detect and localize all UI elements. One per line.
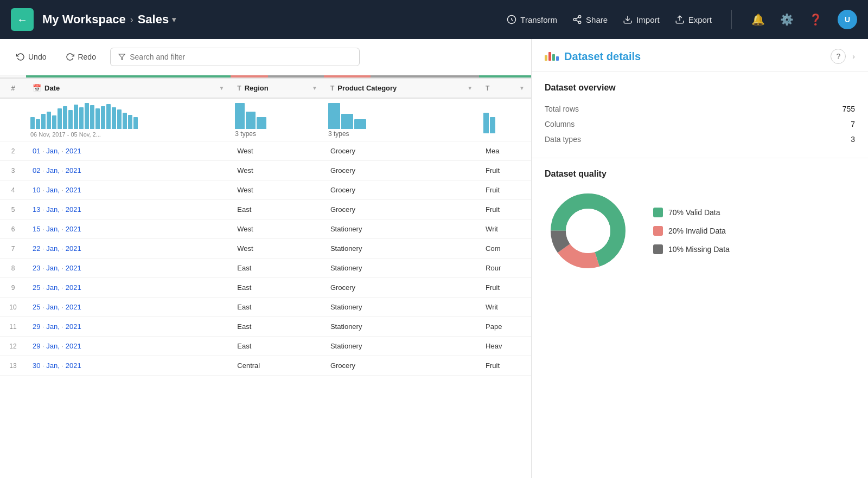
svg-point-1 bbox=[578, 16, 581, 18]
row-date: 29 · Jan, · 2021 bbox=[26, 337, 231, 356]
share-button[interactable]: Share bbox=[572, 15, 608, 24]
th-category[interactable]: T Product Category ▼ bbox=[324, 78, 479, 98]
chart-cell-date: 06 Nov, 2017 - 05 Nov, 2... bbox=[26, 98, 231, 141]
row-region: Central bbox=[231, 356, 324, 376]
donut-chart bbox=[545, 188, 631, 274]
row-num: 10 bbox=[0, 298, 26, 317]
sort-icon-category[interactable]: ▼ bbox=[467, 85, 473, 91]
chart-cell-category: 3 types bbox=[324, 98, 479, 141]
row-col4: Fruit bbox=[479, 278, 531, 298]
row-date: 25 · Jan, · 2021 bbox=[26, 298, 231, 317]
th-col4[interactable]: T ▼ bbox=[479, 78, 531, 98]
quality-title: Dataset quality bbox=[545, 169, 855, 179]
row-region: West bbox=[231, 219, 324, 239]
legend-label-missing: 10% Missing Data bbox=[668, 245, 730, 254]
import-icon bbox=[623, 15, 633, 24]
calendar-icon: 📅 bbox=[33, 84, 41, 92]
row-num: 9 bbox=[0, 278, 26, 298]
row-num: 5 bbox=[0, 200, 26, 219]
row-date: 15 · Jan, · 2021 bbox=[26, 219, 231, 239]
share-icon bbox=[572, 15, 582, 24]
row-col4: Com bbox=[479, 239, 531, 259]
dataset-quality-section: Dataset quality bbox=[532, 158, 868, 285]
dataset-overview-section: Dataset overview Total rows 755 Columns … bbox=[532, 72, 868, 158]
row-category: Stationery bbox=[324, 298, 479, 317]
row-date: 23 · Jan, · 2021 bbox=[26, 259, 231, 278]
th-region[interactable]: T Region ▼ bbox=[231, 78, 324, 98]
th-date[interactable]: 📅 Date ▼ bbox=[26, 78, 231, 98]
sort-icon-region[interactable]: ▼ bbox=[312, 85, 317, 91]
legend-invalid: 20% Invalid Data bbox=[653, 226, 730, 236]
settings-icon[interactable]: ⚙️ bbox=[780, 13, 794, 26]
chart-cell-region: 3 types bbox=[231, 98, 324, 141]
row-category: Stationery bbox=[324, 259, 479, 278]
overview-title: Dataset overview bbox=[545, 83, 855, 93]
row-num: 2 bbox=[0, 141, 26, 161]
user-avatar[interactable]: U bbox=[838, 10, 857, 29]
row-region: East bbox=[231, 259, 324, 278]
sort-icon-col4[interactable]: ▼ bbox=[519, 85, 525, 91]
row-region: East bbox=[231, 278, 324, 298]
quality-legend: 70% Valid Data 20% Invalid Data 10% Miss… bbox=[653, 208, 730, 254]
row-col4: Writ bbox=[479, 219, 531, 239]
col4-mini-chart bbox=[483, 106, 527, 133]
row-col4: Rour bbox=[479, 259, 531, 278]
header-divider bbox=[731, 10, 732, 29]
search-input[interactable] bbox=[130, 53, 352, 61]
row-region: West bbox=[231, 161, 324, 180]
row-category: Stationery bbox=[324, 317, 479, 337]
breadcrumb: My Workspace › Sales ▾ bbox=[42, 12, 176, 27]
chart-preview-row: 06 Nov, 2017 - 05 Nov, 2... 3 types bbox=[0, 98, 531, 141]
undo-button[interactable]: Undo bbox=[11, 49, 52, 64]
sort-icon-date[interactable]: ▼ bbox=[219, 85, 224, 91]
table-header-row: # 📅 Date ▼ T Region bbox=[0, 78, 531, 98]
import-button[interactable]: Import bbox=[623, 15, 660, 24]
svg-point-2 bbox=[573, 18, 576, 21]
export-button[interactable]: Export bbox=[675, 15, 712, 24]
row-region: West bbox=[231, 239, 324, 259]
row-region: West bbox=[231, 141, 324, 161]
legend-color-missing bbox=[653, 244, 663, 254]
row-region: East bbox=[231, 200, 324, 219]
data-table: # 📅 Date ▼ T Region bbox=[0, 75, 531, 478]
date-mini-chart bbox=[30, 102, 226, 129]
row-col4: Fruit bbox=[479, 200, 531, 219]
transform-button[interactable]: Transform bbox=[507, 15, 557, 24]
overview-row-datatypes: Data types 3 bbox=[545, 132, 855, 147]
row-num: 7 bbox=[0, 239, 26, 259]
help-icon[interactable]: ❓ bbox=[809, 13, 822, 26]
table-row: 5 13 · Jan, · 2021 East Grocery Fruit bbox=[0, 200, 531, 219]
search-box[interactable] bbox=[110, 48, 360, 66]
chart-bars-icon bbox=[545, 52, 559, 61]
workspace-label: My Workspace bbox=[42, 12, 126, 27]
table-row: 4 10 · Jan, · 2021 West Grocery Fruit bbox=[0, 180, 531, 200]
main-layout: Undo Redo bbox=[0, 39, 868, 478]
redo-button[interactable]: Redo bbox=[60, 49, 101, 64]
details-chevron-icon[interactable]: › bbox=[852, 52, 855, 61]
details-help-icon[interactable]: ? bbox=[831, 49, 846, 64]
row-date: 29 · Jan, · 2021 bbox=[26, 317, 231, 337]
row-num: 3 bbox=[0, 161, 26, 180]
back-button[interactable]: ← bbox=[11, 8, 34, 31]
legend-color-valid bbox=[653, 208, 663, 217]
row-category: Stationery bbox=[324, 337, 479, 356]
legend-label-invalid: 20% Invalid Data bbox=[668, 227, 726, 235]
sales-dropdown-icon[interactable]: ▾ bbox=[172, 15, 176, 24]
th-index: # bbox=[0, 78, 26, 98]
table-row: 7 22 · Jan, · 2021 West Stationery Com bbox=[0, 239, 531, 259]
notification-icon[interactable]: 🔔 bbox=[751, 13, 765, 26]
overview-row-columns: Columns 7 bbox=[545, 117, 855, 132]
table-row: 8 23 · Jan, · 2021 East Stationery Rour bbox=[0, 259, 531, 278]
table-row: 10 25 · Jan, · 2021 East Stationery Writ bbox=[0, 298, 531, 317]
row-category: Grocery bbox=[324, 141, 479, 161]
row-num: 13 bbox=[0, 356, 26, 376]
region-mini-chart bbox=[235, 102, 320, 129]
undo-icon bbox=[16, 53, 25, 61]
overview-label-totalrows: Total rows bbox=[545, 105, 579, 113]
row-date: 22 · Jan, · 2021 bbox=[26, 239, 231, 259]
row-category: Grocery bbox=[324, 180, 479, 200]
row-col4: Fruit bbox=[479, 161, 531, 180]
row-category: Stationery bbox=[324, 219, 479, 239]
table-row: 6 15 · Jan, · 2021 West Stationery Writ bbox=[0, 219, 531, 239]
legend-color-invalid bbox=[653, 226, 663, 236]
